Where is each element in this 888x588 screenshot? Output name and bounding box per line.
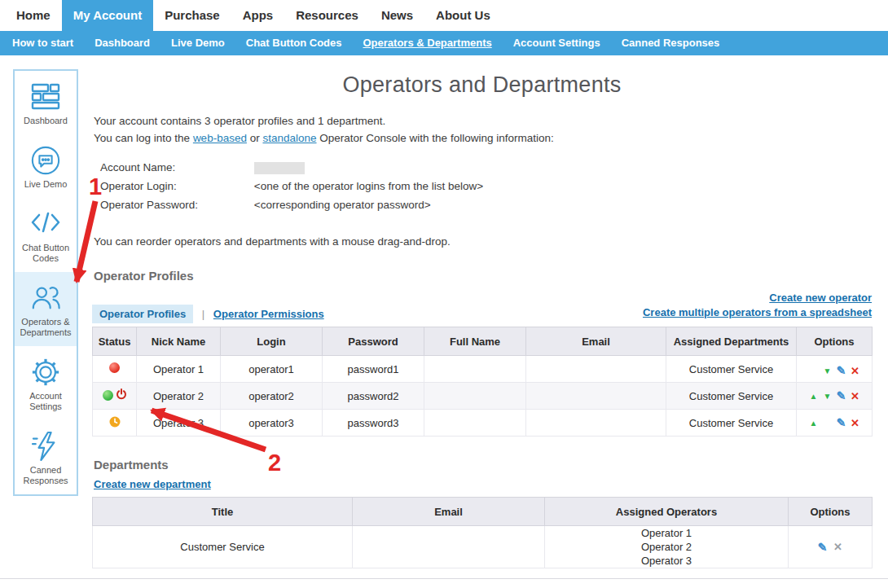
- department-email: [353, 526, 545, 568]
- sidebar-item-label: Dashboard: [16, 116, 75, 126]
- operator-password: password2: [323, 383, 424, 410]
- sidebar: Dashboard Live Demo Chat: [13, 69, 78, 496]
- col-assigned-operators: Assigned Operators: [545, 498, 789, 526]
- sub-nav-chat-button-codes[interactable]: Chat Button Codes: [235, 31, 353, 55]
- operator-login: operator2: [221, 383, 323, 410]
- top-nav-about-us[interactable]: About Us: [424, 0, 502, 31]
- col-options: Options: [797, 327, 873, 356]
- sub-nav: How to start Dashboard Live Demo Chat Bu…: [0, 31, 888, 55]
- top-nav-news[interactable]: News: [370, 0, 424, 31]
- col-nick-name: Nick Name: [137, 327, 221, 356]
- account-info: Account Name: Operator Login: <one of th…: [100, 158, 872, 214]
- sub-nav-account-settings[interactable]: Account Settings: [503, 31, 611, 55]
- col-email: Email: [526, 327, 666, 356]
- sidebar-item-label: Canned Responses: [16, 465, 75, 486]
- operator-login: operator1: [221, 356, 323, 383]
- delete-icon[interactable]: ✕: [851, 390, 859, 402]
- sidebar-item-label: Operators & Departments: [16, 317, 75, 338]
- delete-icon[interactable]: ✕: [851, 417, 859, 429]
- edit-icon[interactable]: ✎: [837, 389, 846, 402]
- status-offline-icon: [109, 362, 120, 373]
- sub-nav-canned-responses[interactable]: Canned Responses: [611, 31, 731, 55]
- departments-table-header: Title Email Assigned Operators Options: [93, 498, 873, 526]
- page: Home My Account Purchase Apps Resources …: [0, 0, 888, 588]
- tab-separator: |: [202, 308, 204, 320]
- top-nav-purchase[interactable]: Purchase: [153, 0, 231, 31]
- live-demo-icon: [16, 145, 75, 176]
- sidebar-item-account-settings[interactable]: Account Settings: [15, 346, 77, 420]
- intro-line1: Your account contains 3 operator profile…: [94, 115, 385, 127]
- sidebar-item-canned-responses[interactable]: Canned Responses: [15, 420, 77, 494]
- operator-login-value: <one of the operator logins from the lis…: [254, 180, 483, 192]
- main-content: Operators and Departments Your account c…: [92, 55, 872, 568]
- edit-icon[interactable]: ✎: [837, 416, 846, 429]
- sub-nav-live-demo[interactable]: Live Demo: [160, 31, 235, 55]
- tab-operator-permissions[interactable]: Operator Permissions: [213, 308, 324, 320]
- col-assigned-departments: Assigned Departments: [666, 327, 797, 356]
- standalone-link[interactable]: standalone: [262, 132, 316, 144]
- edit-icon[interactable]: ✎: [818, 541, 828, 554]
- sidebar-item-dashboard[interactable]: Dashboard: [15, 71, 77, 134]
- reorder-note: You can reorder operators and department…: [94, 235, 872, 248]
- move-up-icon[interactable]: ▲: [810, 419, 818, 428]
- move-up-icon[interactable]: ▲: [810, 392, 818, 401]
- operators-table-header: Status Nick Name Login Password Full Nam…: [93, 327, 873, 356]
- col-password: Password: [323, 327, 424, 356]
- col-login: Login: [221, 327, 323, 356]
- bottom-divider: [0, 578, 888, 579]
- operator-email: [526, 383, 666, 410]
- top-nav-apps[interactable]: Apps: [231, 0, 285, 31]
- move-down-icon[interactable]: ▼: [824, 366, 832, 375]
- account-name-label: Account Name:: [100, 158, 251, 177]
- delete-icon[interactable]: ✕: [851, 365, 859, 377]
- col-options: Options: [789, 498, 873, 526]
- top-nav-home[interactable]: Home: [5, 0, 62, 31]
- sub-nav-how-to-start[interactable]: How to start: [2, 31, 84, 55]
- operator-tabs-bar: Operator Profiles | Operator Permissions…: [92, 291, 872, 320]
- code-icon: [16, 208, 75, 239]
- operators-icon: [16, 283, 75, 314]
- sidebar-item-label: Account Settings: [16, 391, 75, 412]
- status-online-icon: [103, 390, 113, 401]
- operator-departments: Customer Service: [666, 410, 797, 437]
- create-new-department-link[interactable]: Create new department: [94, 478, 211, 490]
- operator-password: password1: [323, 356, 424, 383]
- operator-email: [526, 356, 666, 383]
- sidebar-item-live-demo[interactable]: Live Demo: [15, 134, 77, 198]
- operator-row-2[interactable]: Operator 2 operator2 password2 Customer …: [93, 383, 873, 410]
- dashboard-icon: [16, 81, 75, 112]
- operator-password: password3: [323, 410, 424, 437]
- operator-row-3[interactable]: Operator 3 operator3 password3 Customer …: [93, 410, 873, 437]
- top-nav-resources[interactable]: Resources: [284, 0, 370, 31]
- sidebar-item-label: Live Demo: [16, 179, 75, 190]
- gear-icon: [16, 357, 75, 388]
- col-email: Email: [353, 498, 545, 526]
- sidebar-item-chat-button-codes[interactable]: Chat Button Codes: [15, 198, 77, 272]
- create-multiple-operators-link[interactable]: Create multiple operators from a spreads…: [643, 305, 872, 320]
- intro-text: Your account contains 3 operator profile…: [94, 112, 872, 147]
- col-status: Status: [93, 327, 137, 356]
- create-new-operator-link[interactable]: Create new operator: [643, 291, 872, 305]
- logout-power-icon[interactable]: [116, 388, 127, 402]
- lightning-icon: [16, 431, 75, 462]
- operator-full-name: [424, 383, 526, 410]
- operator-row-1[interactable]: Operator 1 operator1 password1 Customer …: [93, 356, 873, 383]
- sub-nav-dashboard[interactable]: Dashboard: [84, 31, 160, 55]
- department-row[interactable]: Customer Service Operator 1 Operator 2 O…: [93, 526, 873, 568]
- sidebar-item-label: Chat Button Codes: [16, 243, 75, 264]
- move-down-icon[interactable]: ▼: [824, 392, 832, 401]
- sub-nav-operators-departments[interactable]: Operators & Departments: [353, 31, 503, 55]
- edit-icon[interactable]: ✎: [837, 364, 846, 377]
- col-full-name: Full Name: [424, 327, 526, 356]
- operator-departments: Customer Service: [666, 356, 797, 383]
- operator-email: [526, 410, 666, 437]
- status-away-clock-icon: [109, 418, 121, 430]
- col-title: Title: [93, 498, 353, 526]
- tab-operator-profiles[interactable]: Operator Profiles: [92, 305, 193, 323]
- sidebar-item-operators-departments[interactable]: Operators & Departments: [15, 272, 77, 346]
- page-title: Operators and Departments: [92, 72, 872, 98]
- web-based-link[interactable]: web-based: [193, 132, 247, 144]
- department-operators: Operator 1 Operator 2 Operator 3: [545, 526, 789, 568]
- top-nav: Home My Account Purchase Apps Resources …: [0, 0, 888, 31]
- top-nav-my-account[interactable]: My Account: [62, 0, 153, 31]
